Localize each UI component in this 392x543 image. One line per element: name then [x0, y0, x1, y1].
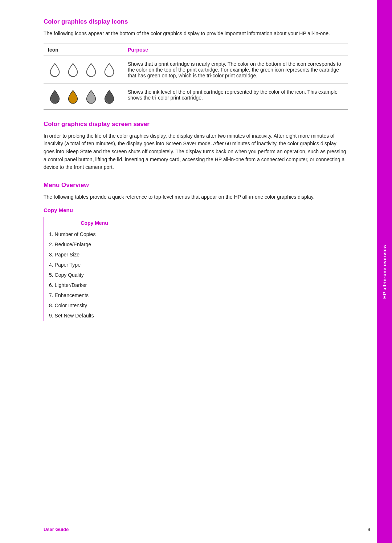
section-icons: Color graphics display icons The followi…	[44, 18, 348, 110]
section-screensaver-heading: Color graphics display screen saver	[44, 121, 348, 128]
table-col-purpose: Purpose	[123, 44, 348, 56]
purpose-text-empty: Shows that a print cartridge is nearly e…	[128, 61, 341, 78]
side-tab-label: HP all-in-one overview	[382, 244, 387, 299]
section-icons-intro: The following icons appear at the bottom…	[44, 30, 348, 38]
drop-icon-filled-4	[102, 89, 116, 104]
copy-menu-item: 4. Paper Type	[44, 260, 145, 270]
copy-menu-item-row: 5. Copy Quality	[44, 270, 145, 280]
icon-cell-empty	[44, 56, 123, 84]
side-tab: HP all-in-one overview	[377, 0, 392, 543]
section-menu-intro: The following tables provide a quick ref…	[44, 193, 348, 201]
copy-menu-item-row: 9. Set New Defaults	[44, 311, 145, 321]
drop-icon-filled-2	[66, 89, 80, 104]
copy-menu-item: 3. Paper Size	[44, 250, 145, 260]
purpose-cell-filled: Shows the ink level of the of print cart…	[123, 84, 348, 109]
drop-icon-4	[102, 62, 116, 77]
copy-menu-item-row: 2. Reduce/Enlarge	[44, 239, 145, 250]
table-row: Shows the ink level of the of print cart…	[44, 84, 348, 109]
copy-menu-table-header: Copy Menu	[44, 217, 145, 229]
copy-menu-item-row: 4. Paper Type	[44, 260, 145, 270]
drop-icon-filled-3	[84, 89, 98, 104]
copy-menu-item-row: 1. Number of Copies	[44, 229, 145, 239]
copy-menu-item-row: 8. Color Intensity	[44, 300, 145, 311]
icons-row-filled	[48, 89, 119, 104]
table-col-icon: Icon	[44, 44, 123, 56]
copy-menu-item: 7. Enhancements	[44, 290, 145, 300]
copy-menu-item: 6. Lighter/Darker	[44, 280, 145, 290]
copy-menu-item-row: 3. Paper Size	[44, 250, 145, 260]
drop-icon-1	[48, 62, 62, 77]
icons-row-empty	[48, 62, 119, 77]
copy-menu-item-row: 6. Lighter/Darker	[44, 280, 145, 290]
footer-page-number: 9	[368, 527, 370, 532]
copy-menu-subsection: Copy Menu Copy Menu 1. Number of Copies2…	[44, 207, 348, 321]
section-screensaver-body: In order to prolong the life of the colo…	[44, 132, 348, 171]
purpose-cell-empty: Shows that a print cartridge is nearly e…	[123, 56, 348, 84]
copy-menu-item: 5. Copy Quality	[44, 270, 145, 280]
drop-icon-3	[84, 62, 98, 77]
drop-icon-2	[66, 62, 80, 77]
copy-menu-item: 2. Reduce/Enlarge	[44, 239, 145, 250]
copy-menu-subheading: Copy Menu	[44, 207, 348, 213]
main-content: Color graphics display icons The followi…	[0, 0, 377, 543]
copy-menu-table: Copy Menu 1. Number of Copies2. Reduce/E…	[44, 217, 145, 321]
icon-cell-filled	[44, 84, 123, 109]
section-menu-overview: Menu Overview The following tables provi…	[44, 182, 348, 321]
copy-menu-item: 8. Color Intensity	[44, 300, 145, 311]
icons-table: Icon Purpose	[44, 44, 348, 110]
drop-icon-filled-1	[48, 89, 62, 104]
section-menu-heading: Menu Overview	[44, 182, 348, 189]
copy-menu-item: 1. Number of Copies	[44, 229, 145, 239]
section-screensaver: Color graphics display screen saver In o…	[44, 121, 348, 171]
section-icons-heading: Color graphics display icons	[44, 18, 348, 25]
copy-menu-item: 9. Set New Defaults	[44, 311, 145, 321]
page-footer: User Guide 9	[44, 527, 370, 532]
table-row: Shows that a print cartridge is nearly e…	[44, 56, 348, 84]
copy-menu-item-row: 7. Enhancements	[44, 290, 145, 300]
purpose-text-filled: Shows the ink level of the of print cart…	[128, 89, 338, 101]
footer-user-guide: User Guide	[44, 527, 69, 532]
page-wrapper: HP all-in-one overview Color graphics di…	[0, 0, 392, 543]
